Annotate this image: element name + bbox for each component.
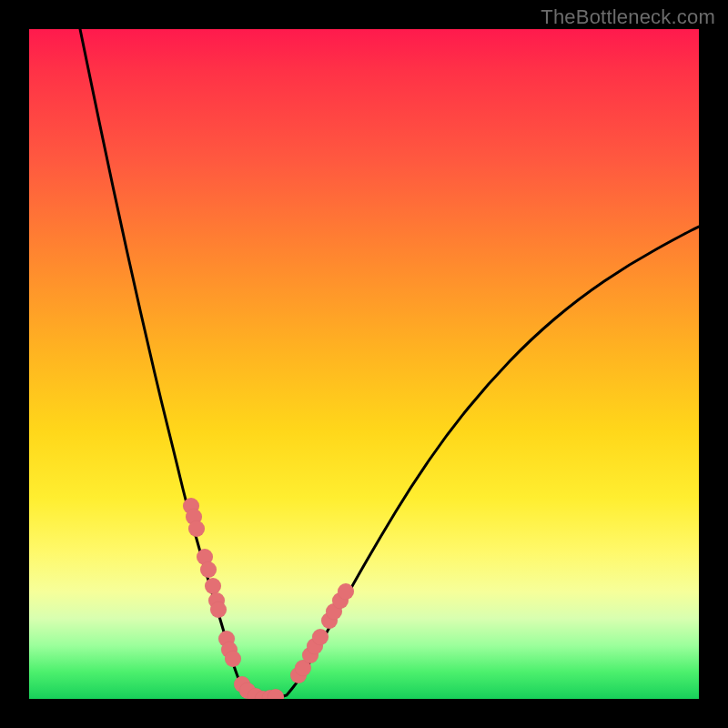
bottleneck-curve (80, 29, 699, 699)
data-dot (205, 578, 221, 594)
watermark-text: TheBottleneck.com (541, 5, 715, 29)
data-dot (338, 583, 354, 600)
chart-frame: TheBottleneck.com (0, 0, 728, 728)
plot-area (29, 29, 699, 699)
data-dots (183, 498, 354, 699)
data-dot (188, 521, 205, 537)
curve-layer (29, 29, 699, 699)
data-dot (200, 561, 217, 578)
v-curve (80, 29, 699, 699)
data-dot (225, 651, 241, 667)
data-dot (210, 602, 227, 618)
data-dot (312, 629, 329, 645)
